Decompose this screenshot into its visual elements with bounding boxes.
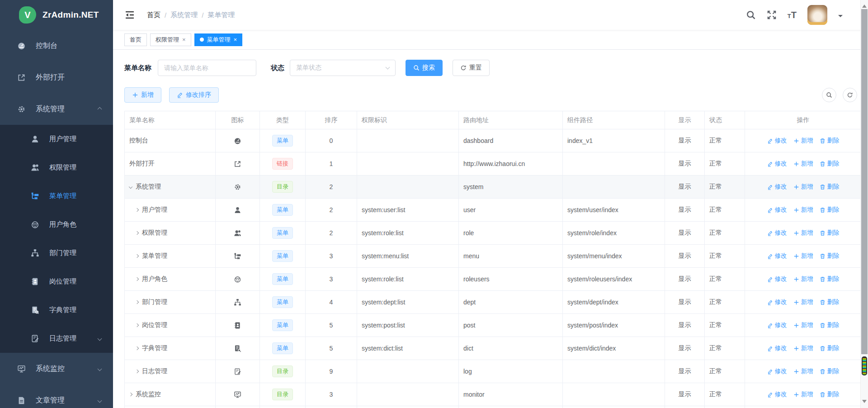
delete-link[interactable]: 删除 xyxy=(820,137,840,145)
row-expand-icon[interactable] xyxy=(135,277,139,281)
row-expand-icon[interactable] xyxy=(129,393,132,396)
sidebar-item-user[interactable]: 用户管理 xyxy=(0,125,113,153)
sidebar-item-label: 系统管理 xyxy=(36,104,98,114)
edit-link[interactable]: 修改 xyxy=(767,160,787,168)
fullscreen-icon[interactable] xyxy=(767,10,777,20)
table-refresh-button[interactable] xyxy=(843,88,857,102)
sidebar-item-role[interactable]: 权限管理 xyxy=(0,153,113,182)
edit-link[interactable]: 修改 xyxy=(767,275,787,283)
delete-link[interactable]: 删除 xyxy=(820,229,840,237)
cell-ops: 修改 新增 删除 xyxy=(745,291,862,314)
status-select[interactable]: 菜单状态 xyxy=(290,60,396,76)
edit-link[interactable]: 修改 xyxy=(767,137,787,145)
sidebar-item-console[interactable]: 控制台 xyxy=(0,30,113,62)
edit-link[interactable]: 修改 xyxy=(767,229,787,237)
sidebar-item-dict[interactable]: 字典管理 xyxy=(0,296,113,324)
add-link[interactable]: 新增 xyxy=(793,137,813,145)
edit-link[interactable]: 修改 xyxy=(767,298,787,306)
reset-button[interactable]: 重置 xyxy=(453,60,490,76)
sidebar-item-article[interactable]: 文章管理 xyxy=(0,384,113,408)
tab-2-active[interactable]: 菜单管理× xyxy=(194,33,243,46)
add-link[interactable]: 新增 xyxy=(793,252,813,260)
delete-link[interactable]: 删除 xyxy=(820,390,840,399)
sidebar-item-external[interactable]: 外部打开 xyxy=(0,62,113,93)
edit-link[interactable]: 修改 xyxy=(767,252,787,260)
cell-route: http://www.izhaorui.cn xyxy=(459,152,563,176)
cell-type: 菜单 xyxy=(260,245,306,268)
add-link[interactable]: 新增 xyxy=(793,367,813,375)
delete-link[interactable]: 删除 xyxy=(820,275,840,283)
sidebar-item-post[interactable]: 岗位管理 xyxy=(0,267,113,296)
row-expand-icon[interactable] xyxy=(135,346,139,350)
delete-link[interactable]: 删除 xyxy=(820,367,840,375)
plus-icon xyxy=(793,253,799,259)
row-expand-icon[interactable] xyxy=(129,185,132,189)
cell-component xyxy=(563,152,665,176)
delete-link[interactable]: 删除 xyxy=(820,160,840,168)
row-expand-icon[interactable] xyxy=(135,208,139,212)
table-search-button[interactable] xyxy=(822,88,836,102)
pen-icon xyxy=(767,184,773,190)
breadcrumb-home[interactable]: 首页 xyxy=(147,11,160,19)
window-scrollbar[interactable] xyxy=(860,0,868,408)
sidebar-item-roleusers[interactable]: 用户角色 xyxy=(0,210,113,239)
menutree-icon xyxy=(31,192,39,200)
edit-link[interactable]: 修改 xyxy=(767,321,787,329)
cell-icon xyxy=(216,291,260,314)
user-menu-caret-icon[interactable] xyxy=(838,15,843,19)
sidebar-item-system[interactable]: 系统管理 xyxy=(0,93,113,125)
app-logo: V ZrAdmin.NET xyxy=(0,0,113,30)
sort-edit-button[interactable]: 修改排序 xyxy=(169,87,219,103)
add-link[interactable]: 新增 xyxy=(793,390,813,399)
sidebar-collapse-icon[interactable] xyxy=(124,10,135,20)
delete-link[interactable]: 删除 xyxy=(820,298,840,306)
tab-1[interactable]: 权限管理× xyxy=(150,33,191,46)
search-icon[interactable] xyxy=(746,10,756,20)
sidebar-item-label: 权限管理 xyxy=(49,163,101,172)
font-size-icon[interactable]: TT xyxy=(788,10,797,19)
row-expand-icon[interactable] xyxy=(135,300,139,304)
edit-link[interactable]: 修改 xyxy=(767,183,787,191)
delete-link[interactable]: 删除 xyxy=(820,252,840,260)
cell-type: 菜单 xyxy=(260,291,306,314)
sidebar-item-label: 系统监控 xyxy=(36,364,98,374)
sidebar-item-monitor[interactable]: 系统监控 xyxy=(0,353,113,384)
chevron-down-icon xyxy=(386,65,390,70)
delete-link[interactable]: 删除 xyxy=(820,183,840,191)
sidebar-item-menu[interactable]: 菜单管理 xyxy=(0,182,113,210)
row-expand-icon[interactable] xyxy=(135,370,139,373)
add-link[interactable]: 新增 xyxy=(793,183,813,191)
tab-0[interactable]: 首页 xyxy=(124,33,147,46)
scrollbar-up-arrow-icon[interactable] xyxy=(862,2,867,8)
row-expand-icon[interactable] xyxy=(135,254,139,258)
edit-link[interactable]: 修改 xyxy=(767,390,787,399)
search-button[interactable]: 搜索 xyxy=(406,60,443,76)
add-link[interactable]: 新增 xyxy=(793,344,813,352)
add-button[interactable]: 新增 xyxy=(124,87,161,103)
edit-link[interactable]: 修改 xyxy=(767,367,787,375)
row-expand-icon[interactable] xyxy=(135,323,139,327)
add-link[interactable]: 新增 xyxy=(793,206,813,214)
tab-close-icon[interactable]: × xyxy=(182,37,186,43)
delete-link[interactable]: 删除 xyxy=(820,321,840,329)
sidebar-item-dept[interactable]: 部门管理 xyxy=(0,239,113,267)
post-icon xyxy=(234,322,241,329)
user-avatar[interactable] xyxy=(807,5,827,25)
menu-name-cell: 系统管理 xyxy=(136,183,161,191)
add-link[interactable]: 新增 xyxy=(793,298,813,306)
add-link[interactable]: 新增 xyxy=(793,229,813,237)
edit-link[interactable]: 修改 xyxy=(767,344,787,352)
menu-name-input[interactable] xyxy=(158,60,256,76)
scrollbar-thumb[interactable] xyxy=(861,9,868,354)
scrollbar-down-arrow-icon[interactable] xyxy=(862,400,867,405)
tab-close-icon[interactable]: × xyxy=(234,37,237,43)
breadcrumb-current: 菜单管理 xyxy=(208,11,235,19)
add-link[interactable]: 新增 xyxy=(793,160,813,168)
add-link[interactable]: 新增 xyxy=(793,321,813,329)
row-expand-icon[interactable] xyxy=(135,231,139,235)
delete-link[interactable]: 删除 xyxy=(820,206,840,214)
add-link[interactable]: 新增 xyxy=(793,275,813,283)
delete-link[interactable]: 删除 xyxy=(820,344,840,352)
sidebar-item-log[interactable]: 日志管理 xyxy=(0,324,113,353)
edit-link[interactable]: 修改 xyxy=(767,206,787,214)
